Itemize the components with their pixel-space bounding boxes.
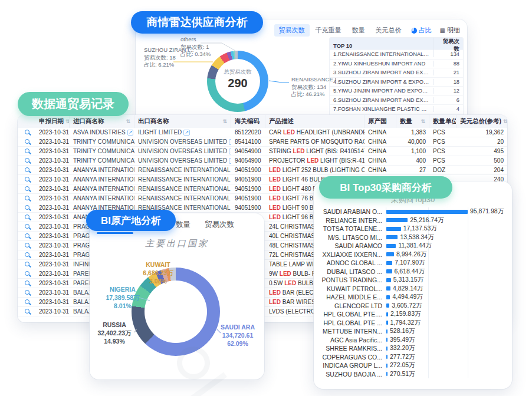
cell-hs-code: 94051900 (231, 186, 265, 192)
bar-label: AGC Asia Pacific... (321, 336, 386, 344)
cell-date: 2023-10-31 (35, 299, 70, 305)
company-link-icon[interactable]: ↗ (183, 130, 190, 136)
bar-label: HPL GLOBAL PTE ... (321, 319, 386, 326)
bar-row: HPL GLOBAL PTE ... 1,794.32万 (321, 319, 506, 328)
bar-label: SUZHOU BAOJIA ... (321, 371, 386, 378)
cell-date: 2023-10-31 (35, 167, 70, 173)
magnifier-icon[interactable] (25, 233, 29, 238)
cell-importer[interactable]: TRINITY COMMUNICATIONS↗ (70, 148, 134, 154)
cell-unit: DOZ (429, 167, 457, 173)
bar-label: KUWAIT PETROL... (321, 285, 386, 292)
magnifier-icon[interactable] (25, 139, 29, 144)
bar (386, 278, 391, 282)
donut-center-total: 总贸易次数 290 (207, 68, 268, 90)
col-date-header[interactable]: 申报日期⇅ (35, 115, 70, 128)
col-qty-header[interactable]: 数量⇅ (396, 115, 429, 128)
magnifier-icon[interactable] (25, 252, 29, 257)
cell-date: 2023-10-31 (35, 233, 70, 239)
magnifier-icon[interactable] (25, 271, 29, 276)
cell-importer[interactable]: ASVA INDUSTRIES↗ (70, 129, 134, 136)
magnifier-icon[interactable] (25, 158, 29, 163)
cell-exporter[interactable]: RENAIISSANCE INTERNATIONAL HK↗ (134, 195, 231, 202)
cell-importer[interactable]: ANANYA INTERNATIONAL↗ (70, 186, 134, 192)
bar (386, 355, 387, 359)
bar-label: DUBAI, LITASCO ... (321, 268, 386, 275)
bar-value: 2,159.83万 (390, 310, 421, 318)
magnifier-icon[interactable] (25, 130, 29, 134)
cell-date: 2023-10-31 (35, 223, 70, 230)
cell-date: 2023-10-31 (35, 176, 70, 183)
sort-icon: ⇅ (222, 118, 227, 124)
bar-row: DUBAI, LITASCO ... 6,618.44万 (321, 268, 506, 276)
bar-label: M/S. LITASCO MI... (321, 234, 386, 241)
cell-importer[interactable]: ANANYA INTERNATIONAL↗ (70, 195, 134, 202)
col-usd-header[interactable]: 美元总价(参考)⇅ (457, 115, 507, 128)
bar-label: INDICAA GROUP L... (321, 362, 386, 369)
magnifier-icon[interactable] (25, 214, 29, 219)
company-link-icon[interactable]: ↗ (127, 130, 134, 136)
magnifier-icon[interactable] (25, 224, 29, 229)
cell-hs-code: 94054900 (231, 157, 265, 164)
cell-exporter[interactable]: RENAIISSANCE INTERNATIONAL HK↗ (134, 186, 231, 192)
bar-row: ADNOC GLOBAL ... 7,107.90万 (321, 259, 506, 268)
bar-value: 25,216.74万 (410, 216, 444, 225)
bar (386, 210, 468, 214)
magnifier-icon[interactable] (25, 148, 29, 153)
bar-row: TOTSA TOTALENE... 17,137.53万 (321, 225, 506, 233)
cell-date: 2023-10-31 (35, 214, 70, 220)
magnifier-icon[interactable] (25, 309, 29, 314)
bar-row: AGC Asia Pacific... 395.49万 (321, 336, 506, 345)
cell-quantity: 1,383 (396, 129, 429, 136)
cell-unit: PCS (429, 129, 457, 136)
cell-usd: 500 (457, 157, 507, 164)
bar (386, 295, 390, 299)
cell-hs-code: 94051900 (231, 167, 265, 173)
magnifier-icon[interactable] (25, 290, 29, 295)
cell-importer[interactable]: TRINITY COMMUNICATIONS↗ (70, 157, 134, 164)
cell-exporter[interactable]: RENAIISSANCE INTERNATIONAL HK↗ (134, 167, 231, 173)
cell-unit: PCS (429, 138, 457, 145)
magnifier-icon[interactable] (25, 205, 29, 210)
cell-exporter[interactable]: UNIVISION OVERSEAS LIMITED↗ (134, 148, 231, 154)
bar-value: 270.51万 (390, 370, 415, 378)
origin-label-kuwait: KUWAIT 6,686.23万 3.08% (126, 260, 190, 285)
cell-date: 2023-10-31 (35, 252, 70, 258)
top30-buyers-card: 采购商Top30 SAUDI ARABIAN O... 95,871.98万 R… (314, 182, 512, 389)
cell-quantity: 27 (396, 167, 429, 173)
col-hs-header: 海关编码 (231, 115, 265, 128)
cell-exporter[interactable]: ILIGHT LIMITED↗ (134, 129, 231, 136)
trade-table-header: 申报日期⇅ 进口商名称⇅ 出口商名称⇅ 海关编码 产品描述 原产国 数量⇅ 数量… (18, 115, 507, 128)
table-row: 2023-10-31 ASVA INDUSTRIES↗ ILIGHT LIMIT… (18, 128, 507, 137)
cell-unit: PCS (429, 157, 457, 164)
bar-label: GLENCORE LTD (321, 302, 386, 309)
cell-importer[interactable]: ANANYA INTERNATIONAL↗ (70, 176, 134, 183)
col-importer-header[interactable]: 进口商名称⇅ (70, 115, 134, 128)
bar-label: HAZEL MIDDLE E... (321, 293, 386, 301)
magnifier-icon[interactable] (25, 243, 29, 248)
cell-importer[interactable]: TRINITY COMMUNICATIONS↗ (70, 138, 134, 145)
cell-quantity: 40,000 (396, 138, 429, 145)
cell-usd: 20 (457, 138, 507, 145)
bar-row: METTUBE INTERN... 528.16万 (321, 327, 506, 336)
cell-exporter[interactable]: UNIVISION OVERSEAS LIMITED↗ (134, 157, 231, 164)
magnifier-icon[interactable] (25, 177, 29, 182)
magnifier-icon[interactable] (25, 196, 29, 200)
cell-exporter[interactable]: UNIVISION OVERSEAS LIMITED↗ (134, 138, 231, 145)
cell-date: 2023-10-31 (35, 157, 70, 164)
magnifier-icon[interactable] (25, 262, 29, 266)
col-exporter-header[interactable]: 出口商名称⇅ (134, 115, 231, 128)
bar-label: XXLIAXXE IXXERN... (321, 251, 386, 258)
magnifier-icon[interactable] (25, 280, 29, 285)
cell-description: LED LIGHT 252 BULB (LIGHTING CHAIN) R... (265, 167, 364, 173)
top30-bar-chart: SAUDI ARABIAN O... 95,871.98万 RELIANCE I… (321, 207, 506, 378)
magnifier-icon[interactable] (25, 186, 29, 191)
bar (386, 329, 387, 334)
cell-exporter[interactable]: RENAIISSANCE INTERNATIONAL HK↗ (134, 176, 231, 183)
cell-hs-code: 94054900 (231, 148, 265, 154)
magnifier-icon[interactable] (25, 167, 29, 172)
cell-date: 2023-10-31 (35, 195, 70, 202)
magnifier-icon[interactable] (25, 299, 29, 304)
cell-hs-code: 94051900 (231, 176, 265, 183)
origin-label-saudi: SAUDI ARA 134,720.61 62.09% (212, 323, 263, 348)
cell-importer[interactable]: ANANYA INTERNATIONAL↗ (70, 167, 134, 173)
